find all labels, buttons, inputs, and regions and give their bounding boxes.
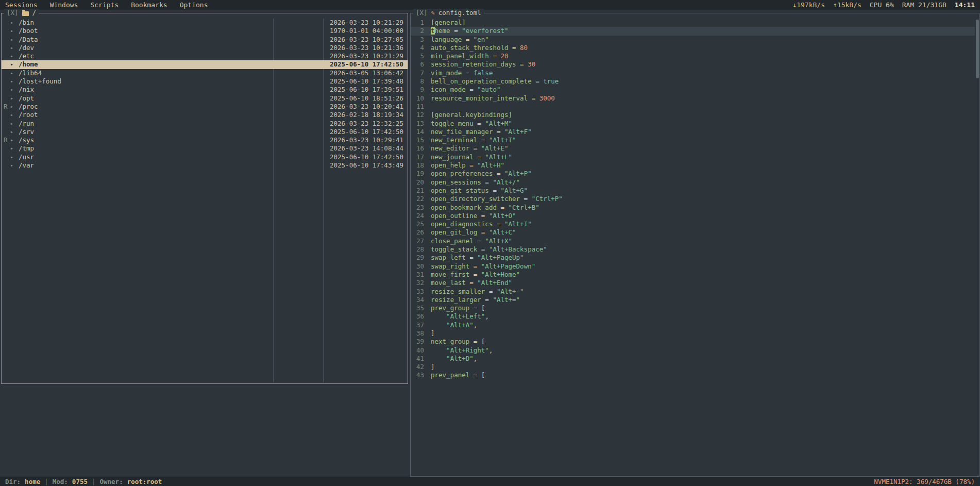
file-row[interactable]: ▸/lib642026-03-05 13:06:42 (2, 69, 408, 77)
file-row[interactable]: ▸/boot1970-01-01 04:00:00 (2, 27, 408, 35)
editor-line[interactable]: 41 "Alt+D", (411, 355, 975, 363)
expand-arrow-icon[interactable]: ▸ (10, 60, 13, 69)
system-stats: ↓197kB/s ↑15kB/s CPU 6% RAM 21/31GB 14:1… (792, 1, 975, 9)
expand-arrow-icon[interactable]: ▸ (10, 77, 13, 86)
expand-arrow-icon[interactable]: ▸ (10, 36, 13, 44)
editor-line[interactable]: 16new_editor = "Alt+E" (411, 144, 975, 153)
menu-item-options[interactable]: Options (180, 1, 208, 9)
expand-arrow-icon[interactable]: ▸ (10, 128, 13, 136)
expand-arrow-icon[interactable]: ▸ (10, 111, 13, 119)
expand-arrow-icon[interactable]: ▸ (10, 86, 13, 94)
editor-line[interactable]: 23open_bookmark_add = "Ctrl+B" (411, 204, 975, 212)
editor-line[interactable]: 15new_terminal = "Alt+T" (411, 136, 975, 144)
editor-line[interactable]: 5min_panel_width = 20 (411, 52, 975, 60)
editor-line[interactable]: 33resize_smaller = "Alt+-" (411, 288, 975, 296)
editor-line[interactable]: 6session_retention_days = 30 (411, 60, 975, 69)
editor-line[interactable]: 42] (411, 363, 975, 371)
file-row[interactable]: ▸/etc2026-03-23 10:21:29 (2, 52, 408, 60)
expand-arrow-icon[interactable]: ▸ (10, 69, 13, 77)
editor-line[interactable]: 9icon_mode = "auto" (411, 86, 975, 94)
editor-line[interactable]: 1[general] (411, 19, 975, 27)
editor-line[interactable]: 10resource_monitor_interval = 3000 (411, 94, 975, 103)
file-row[interactable]: ▸/bin2026-03-23 10:21:29 (2, 19, 408, 27)
editor-line[interactable]: 39next_group = [ (411, 338, 975, 346)
code-text: open_directory_switcher = "Ctrl+P" (431, 195, 975, 203)
menu-item-bookmarks[interactable]: Bookmarks (131, 1, 167, 9)
file-name: /lost+found (19, 77, 61, 85)
file-row[interactable]: R▸/proc2026-03-23 10:20:41 (2, 103, 408, 111)
editor-line[interactable]: 32move_last = "Alt+End" (411, 279, 975, 287)
file-row[interactable]: ▸/usr2025-06-10 17:42:50 (2, 153, 408, 161)
editor-line[interactable]: 37 "Alt+A", (411, 321, 975, 329)
file-row[interactable]: ▸/run2026-03-23 12:32:25 (2, 120, 408, 128)
file-row[interactable]: ▸/tmp2026-03-23 14:08:44 (2, 144, 408, 153)
close-panel-button[interactable]: [X] (416, 9, 428, 17)
code-text: new_terminal = "Alt+T" (431, 136, 975, 144)
editor-line[interactable]: 22open_directory_switcher = "Ctrl+P" (411, 195, 975, 203)
expand-arrow-icon[interactable]: ▸ (10, 120, 13, 128)
editor-line[interactable]: 43prev_panel = [ (411, 371, 975, 379)
editor-line[interactable]: 8bell_on_operation_complete = true (411, 77, 975, 86)
file-row[interactable]: ▸/home2025-06-10 17:42:50 (2, 60, 408, 69)
expand-arrow-icon[interactable]: ▸ (10, 144, 13, 153)
editor-line[interactable]: 31move_first = "Alt+Home" (411, 271, 975, 279)
editor-line[interactable]: 28toggle_stack = "Alt+Backspace" (411, 245, 975, 254)
editor-line[interactable]: 19open_preferences = "Alt+P" (411, 170, 975, 178)
editor-line[interactable]: 36 "Alt+Left", (411, 312, 975, 321)
editor-line[interactable]: 7vim_mode = false (411, 69, 975, 77)
expand-arrow-icon[interactable]: ▸ (10, 103, 13, 111)
line-number: 31 (411, 271, 431, 279)
file-row[interactable]: ▸/opt2025-06-10 18:51:26 (2, 94, 408, 103)
editor-line[interactable]: 26open_git_log = "Alt+C" (411, 228, 975, 237)
expand-arrow-icon[interactable]: ▸ (10, 19, 13, 27)
file-row[interactable]: ▸/lost+found2025-06-10 17:39:48 (2, 77, 408, 86)
editor-line[interactable]: 17new_journal = "Alt+L" (411, 153, 975, 161)
file-row[interactable]: ▸/Data2026-03-23 10:27:05 (2, 36, 408, 44)
file-row[interactable]: R▸/sys2026-03-23 10:29:41 (2, 136, 408, 144)
editor-line[interactable]: 24open_outline = "Alt+O" (411, 212, 975, 220)
expand-arrow-icon[interactable]: ▸ (10, 44, 13, 52)
expand-arrow-icon[interactable]: ▸ (10, 94, 13, 103)
editor-line[interactable]: 4auto_stack_threshold = 80 (411, 44, 975, 52)
scrollbar-thumb[interactable] (976, 20, 979, 78)
expand-arrow-icon[interactable]: ▸ (10, 161, 13, 170)
file-row[interactable]: ▸/dev2026-03-23 10:21:36 (2, 44, 408, 52)
editor-content: 1[general]2theme = "everforest"3language… (411, 19, 975, 380)
line-number: 1 (411, 19, 431, 27)
editor-line[interactable]: 13toggle_menu = "Alt+M" (411, 120, 975, 128)
expand-arrow-icon[interactable]: ▸ (10, 136, 13, 144)
close-panel-button[interactable]: [X] (7, 9, 19, 17)
editor-line[interactable]: 21open_git_status = "Alt+G" (411, 187, 975, 195)
editor-line[interactable]: 11 (411, 103, 975, 111)
editor-line[interactable]: 29swap_left = "Alt+PageUp" (411, 254, 975, 262)
editor-line[interactable]: 35prev_group = [ (411, 304, 975, 312)
editor-line[interactable]: 34resize_larger = "Alt+=" (411, 296, 975, 304)
line-number: 39 (411, 338, 431, 346)
editor-line[interactable]: 40 "Alt+Right", (411, 346, 975, 355)
file-row[interactable]: ▸/nix2025-06-10 17:39:51 (2, 86, 408, 94)
editor-line[interactable]: 3language = "en" (411, 36, 975, 44)
statusbar-left: Dir: home | Mod: 0755 | Owner: root:root (5, 478, 162, 485)
line-number: 29 (411, 254, 431, 262)
file-row[interactable]: ▸/srv2025-06-10 17:42:50 (2, 128, 408, 136)
expand-arrow-icon[interactable]: ▸ (10, 153, 13, 161)
menu-item-sessions[interactable]: Sessions (5, 1, 38, 9)
line-number: 11 (411, 103, 431, 111)
file-row[interactable]: ▸/root2026-02-18 18:19:34 (2, 111, 408, 119)
code-text: resource_monitor_interval = 3000 (431, 94, 975, 103)
editor-line[interactable]: 2theme = "everforest" (411, 27, 975, 35)
editor-line[interactable]: 27close_panel = "Alt+X" (411, 237, 975, 245)
editor-line[interactable]: 18open_help = "Alt+H" (411, 161, 975, 170)
expand-arrow-icon[interactable]: ▸ (10, 27, 13, 35)
editor-line[interactable]: 30swap_right = "Alt+PageDown" (411, 262, 975, 271)
editor-line[interactable]: 38] (411, 329, 975, 338)
file-row[interactable]: ▸/var2025-06-10 17:43:49 (2, 161, 408, 170)
editor-line[interactable]: 12[general.keybindings] (411, 111, 975, 119)
code-text: ] (431, 363, 975, 371)
menu-item-windows[interactable]: Windows (50, 1, 78, 9)
editor-line[interactable]: 25open_diagnostics = "Alt+I" (411, 220, 975, 228)
expand-arrow-icon[interactable]: ▸ (10, 52, 13, 60)
menu-item-scripts[interactable]: Scripts (90, 1, 119, 9)
editor-line[interactable]: 14new_file_manager = "Alt+F" (411, 128, 975, 136)
editor-line[interactable]: 20open_sessions = "Alt+/" (411, 178, 975, 187)
